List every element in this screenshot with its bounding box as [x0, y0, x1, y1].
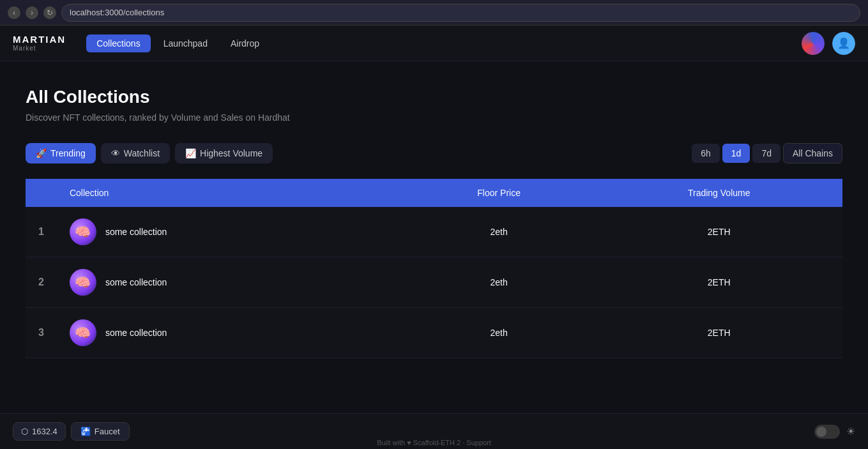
browser-controls: ‹ › ↻: [8, 6, 56, 19]
main-content: All Collections Discover NFT collections…: [0, 61, 868, 371]
volume-icon: 📈: [185, 148, 196, 158]
chain-id-button[interactable]: ⬡ 1632.4: [13, 422, 66, 441]
row-1-floor-price: 2eth: [402, 207, 596, 257]
collection-cell-3: some collection: [70, 319, 390, 346]
table-row[interactable]: 3 some collection 2eth 2ETH: [26, 308, 842, 358]
logo-subtitle: Market: [13, 45, 66, 52]
tab-highest-volume[interactable]: 📈 Highest Volume: [175, 143, 273, 164]
highest-volume-label: Highest Volume: [200, 148, 263, 158]
time-filters: 6h 1d 7d All Chains: [692, 143, 842, 164]
row-2-trading-volume: 2ETH: [595, 257, 842, 308]
watchlist-icon: 👁: [111, 148, 120, 158]
url-bar[interactable]: localhost:3000/collections: [61, 4, 860, 22]
row-2-floor-price: 2eth: [402, 257, 596, 308]
table-body: 1 some collection 2eth 2ETH 2 some colle…: [26, 207, 842, 358]
collection-name-1: some collection: [105, 227, 167, 237]
row-1-collection: some collection: [57, 207, 402, 257]
collection-avatar-2: [70, 269, 96, 296]
row-2-rank: 2: [26, 257, 57, 308]
chain-id-value: 1632.4: [32, 427, 57, 436]
footer: ⬡ 1632.4 🚰 Faucet ☀ Built with ♥ Scaffol…: [0, 413, 868, 449]
logo[interactable]: MARTIAN Market: [13, 34, 66, 52]
col-collection: Collection: [57, 179, 402, 207]
table-row[interactable]: 2 some collection 2eth 2ETH: [26, 257, 842, 308]
nav-right: 👤: [802, 32, 855, 55]
time-1d-button[interactable]: 1d: [722, 144, 750, 163]
logo-title: MARTIAN: [13, 34, 66, 45]
faucet-label: Faucet: [95, 427, 120, 436]
forward-button[interactable]: ›: [26, 6, 38, 19]
time-6h-button[interactable]: 6h: [692, 144, 720, 163]
row-2-collection: some collection: [57, 257, 402, 308]
page-title: All Collections: [26, 87, 842, 107]
col-rank: [26, 179, 57, 207]
table-header: Collection Floor Price Trading Volume: [26, 179, 842, 207]
theme-toggle[interactable]: [814, 425, 840, 439]
filter-tabs: 🚀 Trending 👁 Watchlist 📈 Highest Volume: [26, 143, 273, 164]
collections-table: Collection Floor Price Trading Volume 1 …: [26, 179, 842, 358]
collection-cell-1: some collection: [70, 218, 390, 245]
tab-trending[interactable]: 🚀 Trending: [26, 143, 96, 164]
nav-link-airdrop[interactable]: Airdrop: [220, 34, 270, 52]
reload-button[interactable]: ↻: [43, 6, 56, 19]
table-row[interactable]: 1 some collection 2eth 2ETH: [26, 207, 842, 257]
footer-built-text: Built with ♥ Scaffold-ETH 2 · Support: [377, 439, 491, 449]
chain-icon: ⬡: [21, 427, 28, 436]
collection-avatar-3: [70, 319, 96, 346]
row-3-rank: 3: [26, 308, 57, 358]
faucet-button[interactable]: 🚰 Faucet: [71, 422, 130, 441]
filters-row: 🚀 Trending 👁 Watchlist 📈 Highest Volume …: [26, 143, 842, 164]
back-button[interactable]: ‹: [8, 6, 20, 19]
globe-icon: [802, 32, 825, 55]
user-avatar: 👤: [832, 32, 855, 55]
sun-icon: ☀: [846, 425, 855, 438]
user-avatar-button[interactable]: 👤: [832, 32, 855, 55]
collection-name-3: some collection: [105, 328, 167, 338]
url-text: localhost:3000/collections: [70, 8, 164, 17]
col-floor-price: Floor Price: [402, 179, 596, 207]
chains-button[interactable]: All Chains: [783, 143, 842, 164]
row-3-collection: some collection: [57, 308, 402, 358]
trending-label: Trending: [50, 148, 86, 158]
watchlist-label: Watchlist: [124, 148, 160, 158]
nav-left: MARTIAN Market Collections Launchpad Air…: [13, 34, 270, 52]
tab-watchlist[interactable]: 👁 Watchlist: [101, 143, 170, 164]
faucet-icon: 🚰: [80, 427, 91, 436]
row-1-trading-volume: 2ETH: [595, 207, 842, 257]
navbar: MARTIAN Market Collections Launchpad Air…: [0, 26, 868, 61]
row-1-rank: 1: [26, 207, 57, 257]
col-trading-volume: Trading Volume: [595, 179, 842, 207]
page-subtitle: Discover NFT collections, ranked by Volu…: [26, 112, 842, 123]
footer-right: ☀: [814, 425, 855, 439]
toggle-knob: [816, 427, 826, 437]
footer-left: ⬡ 1632.4 🚰 Faucet: [13, 422, 130, 441]
row-3-floor-price: 2eth: [402, 308, 596, 358]
globe-button[interactable]: [802, 32, 825, 55]
row-3-trading-volume: 2ETH: [595, 308, 842, 358]
browser-bar: ‹ › ↻ localhost:3000/collections: [0, 0, 868, 26]
nav-links: Collections Launchpad Airdrop: [86, 34, 270, 52]
collection-name-2: some collection: [105, 277, 167, 287]
time-7d-button[interactable]: 7d: [752, 144, 780, 163]
collection-cell-2: some collection: [70, 269, 390, 296]
nav-link-collections[interactable]: Collections: [86, 34, 150, 52]
trending-icon: 🚀: [36, 148, 47, 158]
collection-avatar-1: [70, 218, 96, 245]
nav-link-launchpad[interactable]: Launchpad: [153, 34, 218, 52]
